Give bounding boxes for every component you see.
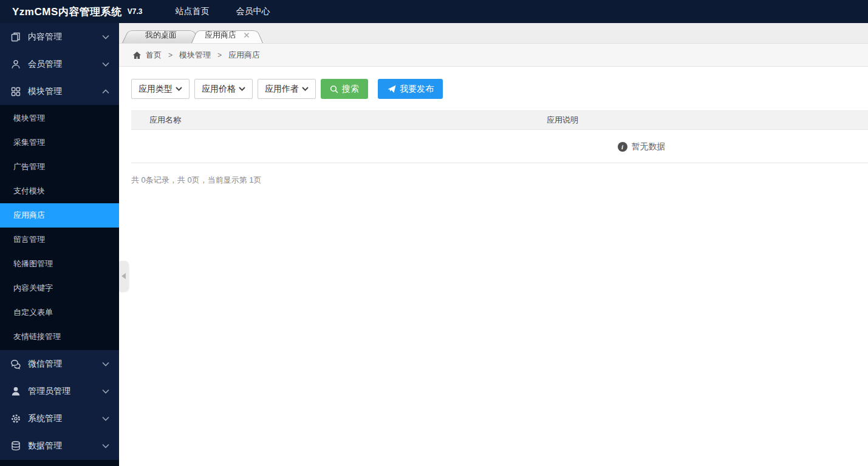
sidebar-group-label: 管理员管理 bbox=[28, 386, 70, 397]
database-icon bbox=[10, 440, 21, 451]
sidebar-group-member-manage[interactable]: 会员管理 bbox=[0, 50, 119, 78]
pagination-summary: 共 0条记录，共 0页，当前显示第 1页 bbox=[131, 175, 868, 186]
search-icon bbox=[330, 85, 338, 93]
main-area: 我的桌面 应用商店 首页 > 模块管理 > 应用商店 应用类型 应用价格 bbox=[119, 23, 868, 466]
topbar-links: 站点首页 会员中心 bbox=[162, 0, 283, 23]
chevron-up-icon bbox=[102, 89, 109, 94]
column-header-app-description: 应用说明 bbox=[528, 111, 868, 130]
sidebar-group-label: 系统管理 bbox=[28, 413, 62, 424]
chevron-down-icon bbox=[102, 35, 109, 39]
chevron-down-icon bbox=[102, 444, 109, 448]
tab-label: 我的桌面 bbox=[145, 30, 177, 41]
breadcrumb-item-home[interactable]: 首页 bbox=[146, 50, 162, 61]
sidebar-group-content-manage[interactable]: 内容管理 bbox=[0, 23, 119, 50]
table-row: 暂无数据 bbox=[131, 130, 868, 163]
sidebar-item-ad-manage[interactable]: 广告管理 bbox=[0, 155, 119, 179]
column-header-app-name: 应用名称 bbox=[131, 111, 528, 130]
sidebar-group-label: 微信管理 bbox=[28, 359, 62, 370]
topbar-link-site-home[interactable]: 站点首页 bbox=[162, 0, 222, 23]
documents-icon bbox=[10, 31, 21, 42]
chevron-down-icon bbox=[176, 87, 182, 91]
admin-user-icon bbox=[10, 385, 21, 397]
sidebar-group-data-manage[interactable]: 数据管理 bbox=[0, 432, 119, 459]
sidebar-group-label: 模块管理 bbox=[28, 86, 62, 97]
sidebar-group-module-manage[interactable]: 模块管理 bbox=[0, 78, 119, 105]
select-value: 应用作者 bbox=[265, 84, 299, 95]
filter-toolbar: 应用类型 应用价格 应用作者 搜索 我要发布 bbox=[131, 79, 868, 99]
sidebar-group-label: 内容管理 bbox=[28, 32, 62, 42]
sidebar-item-message-manage[interactable]: 留言管理 bbox=[0, 228, 119, 252]
modules-grid-icon bbox=[10, 86, 21, 97]
breadcrumb-separator: > bbox=[168, 51, 173, 59]
paper-plane-icon bbox=[387, 84, 396, 93]
breadcrumb-separator: > bbox=[217, 51, 222, 59]
sidebar: 内容管理 会员管理 模块管理 模块管理 采集管理 广告管理 支付模块 应用商店 … bbox=[0, 23, 119, 466]
tab-app-store[interactable]: 应用商店 bbox=[191, 27, 263, 43]
sidebar-item-carousel-manage[interactable]: 轮播图管理 bbox=[0, 252, 119, 276]
empty-state-text: 暂无数据 bbox=[632, 141, 666, 152]
sidebar-item-payment-module[interactable]: 支付模块 bbox=[0, 179, 119, 203]
tab-my-desktop[interactable]: 我的桌面 bbox=[122, 27, 200, 43]
module-submenu: 模块管理 采集管理 广告管理 支付模块 应用商店 留言管理 轮播图管理 内容关键… bbox=[0, 105, 119, 350]
search-button-label: 搜索 bbox=[342, 84, 359, 95]
sidebar-group-label: 数据管理 bbox=[28, 441, 62, 451]
version-badge: V7.3 bbox=[128, 7, 143, 16]
topbar: YzmCMS内容管理系统 V7.3 站点首页 会员中心 bbox=[0, 0, 868, 23]
sidebar-item-module-manage[interactable]: 模块管理 bbox=[0, 106, 119, 130]
tab-bar: 我的桌面 应用商店 bbox=[119, 23, 868, 44]
sidebar-item-content-keywords[interactable]: 内容关键字 bbox=[0, 276, 119, 300]
sidebar-collapse-handle[interactable] bbox=[119, 261, 129, 291]
gear-icon bbox=[10, 413, 21, 424]
chevron-down-icon bbox=[302, 87, 309, 91]
apps-table: 应用名称 应用说明 暂无数据 bbox=[131, 110, 868, 163]
empty-state: 暂无数据 bbox=[618, 141, 666, 152]
collapse-arrow-left-icon bbox=[118, 273, 126, 279]
sidebar-group-wechat-manage[interactable]: 微信管理 bbox=[0, 350, 119, 377]
publish-button[interactable]: 我要发布 bbox=[378, 79, 443, 99]
chevron-down-icon bbox=[102, 362, 109, 366]
chevron-down-icon bbox=[239, 87, 245, 91]
app-price-select[interactable]: 应用价格 bbox=[194, 79, 253, 99]
sidebar-bottom-strip bbox=[0, 460, 119, 466]
sidebar-item-friend-links[interactable]: 友情链接管理 bbox=[0, 325, 119, 349]
sidebar-item-custom-form[interactable]: 自定义表单 bbox=[0, 300, 119, 325]
chevron-down-icon bbox=[102, 389, 109, 394]
apps-table-wrap: 应用名称 应用说明 暂无数据 bbox=[131, 110, 868, 163]
sidebar-group-system-manage[interactable]: 系统管理 bbox=[0, 405, 119, 432]
sidebar-group-label: 会员管理 bbox=[28, 59, 62, 70]
sidebar-item-collect-manage[interactable]: 采集管理 bbox=[0, 130, 119, 155]
topbar-link-member-center[interactable]: 会员中心 bbox=[222, 0, 283, 23]
publish-button-label: 我要发布 bbox=[400, 84, 434, 95]
sidebar-item-app-store[interactable]: 应用商店 bbox=[0, 203, 119, 228]
tab-label: 应用商店 bbox=[205, 30, 236, 41]
home-icon bbox=[132, 51, 142, 59]
chevron-down-icon bbox=[102, 62, 109, 67]
empty-state-cell: 暂无数据 bbox=[131, 130, 868, 163]
breadcrumb-item-module-manage[interactable]: 模块管理 bbox=[179, 50, 211, 61]
brand-logo[interactable]: YzmCMS内容管理系统 bbox=[12, 5, 122, 19]
app-type-select[interactable]: 应用类型 bbox=[131, 79, 190, 99]
select-value: 应用价格 bbox=[202, 84, 236, 95]
breadcrumb-item-app-store: 应用商店 bbox=[228, 50, 260, 61]
info-icon bbox=[618, 142, 627, 152]
chevron-down-icon bbox=[102, 416, 109, 421]
sidebar-group-admin-manage[interactable]: 管理员管理 bbox=[0, 377, 119, 405]
table-header-row: 应用名称 应用说明 bbox=[131, 111, 868, 130]
app-author-select[interactable]: 应用作者 bbox=[258, 79, 316, 99]
tab-close-icon[interactable] bbox=[244, 32, 250, 38]
wechat-icon bbox=[10, 358, 21, 370]
member-icon bbox=[10, 58, 21, 70]
search-button[interactable]: 搜索 bbox=[321, 79, 368, 99]
breadcrumb: 首页 > 模块管理 > 应用商店 bbox=[119, 44, 868, 67]
select-value: 应用类型 bbox=[138, 84, 173, 95]
